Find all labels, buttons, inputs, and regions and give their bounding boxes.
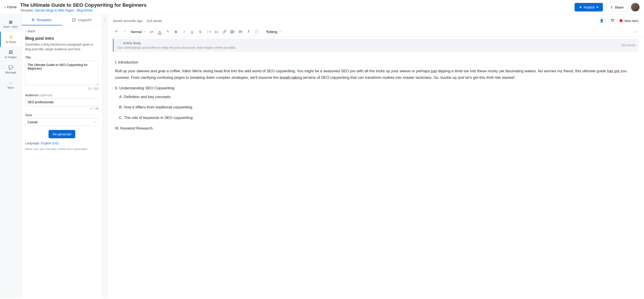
- bold-button[interactable]: B: [172, 28, 180, 35]
- template-line: Template: Narrato Blogs & Web Pages - Bl…: [20, 8, 571, 12]
- review-note: Make sure you manually review all AI gen…: [25, 147, 99, 151]
- left-panel: ⊞Templates 💬ChatGPT ‹Back Blog post intr…: [22, 14, 102, 298]
- italic-icon: I: [184, 30, 184, 34]
- format-select[interactable]: Normal: [129, 29, 147, 34]
- more-icon: ⋯: [1, 80, 20, 85]
- number-list-button[interactable]: 1≡: [213, 28, 220, 35]
- tool-description: Generates a blog introductory paragraph …: [25, 42, 99, 52]
- chevron-down-icon: ▾: [242, 30, 243, 33]
- image-icon: 🖼: [230, 30, 234, 34]
- underline-button[interactable]: U: [188, 28, 196, 35]
- status-pill[interactable]: New Item: [620, 19, 638, 23]
- title-input[interactable]: The Ultimate Guide to SEO Copywriting fo…: [25, 61, 99, 85]
- tab-chatgpt[interactable]: 💬ChatGPT: [62, 14, 102, 25]
- highlight-button[interactable]: ✎: [164, 28, 172, 35]
- template-prefix: Template:: [20, 8, 35, 12]
- strike-button[interactable]: S: [196, 28, 204, 35]
- rail-ai-images[interactable]: 🖼AI Images: [0, 47, 21, 62]
- redo-button[interactable]: ↷: [121, 28, 128, 35]
- sidebar-rail: ▦Brief + SEO ⚡AI Writer 🖼AI Images 💬Mess…: [0, 14, 22, 298]
- rail-ai-writer[interactable]: ⚡AI Writer: [0, 32, 21, 47]
- avatar[interactable]: [631, 3, 640, 11]
- link-button[interactable]: 🔗: [221, 28, 228, 35]
- template-link[interactable]: Narrato Blogs & Web Pages - Blog Article: [35, 8, 92, 12]
- clear-format-button[interactable]: T̸: [245, 28, 252, 35]
- share-button[interactable]: ⇪ Share: [606, 3, 628, 12]
- article-body[interactable]: I. Introduction Roll up your sleeves and…: [113, 52, 638, 138]
- chevron-down-icon: ▾: [152, 30, 153, 33]
- rail-more[interactable]: ⋯More: [0, 77, 21, 92]
- table-button[interactable]: ⊞▾: [237, 28, 244, 35]
- tone-label: Tone: [25, 113, 99, 117]
- title-count: 51 / 200: [25, 87, 99, 90]
- text-color-button[interactable]: A: [156, 28, 163, 35]
- number-list-icon: 1≡: [214, 30, 218, 34]
- word-count: 318 words: [146, 19, 162, 23]
- rail-brief-seo[interactable]: ▦Brief + SEO: [0, 16, 21, 32]
- editor-content[interactable]: 📄Article Body Use subheadings and bullet…: [108, 37, 644, 298]
- rail-message[interactable]: 💬Message: [0, 62, 21, 77]
- more-toolbar-button[interactable]: ⋯: [632, 28, 638, 35]
- home-label: Home: [7, 5, 17, 9]
- body-p7: III. Keyword Research: [115, 125, 636, 132]
- document-icon: 📄: [117, 41, 121, 45]
- calendar-button[interactable]: 📅: [609, 17, 616, 24]
- align-button[interactable]: ≡▾: [148, 28, 155, 35]
- text-color-icon: A: [159, 30, 161, 34]
- comment-button[interactable]: 💬: [253, 28, 260, 35]
- bullet-list-button[interactable]: ⋮≡: [205, 28, 212, 35]
- undo-icon: ↶: [115, 30, 118, 34]
- chevron-down-icon: ▾: [596, 5, 598, 9]
- redo-icon: ↷: [123, 30, 126, 34]
- tone-select[interactable]: Casual: [25, 118, 99, 126]
- share-label: Share: [614, 5, 624, 9]
- document-title: The Ultimate Guide to SEO Copywriting fo…: [20, 2, 571, 8]
- message-icon: 💬: [1, 65, 20, 70]
- image-icon: 🖼: [1, 50, 20, 55]
- chevron-left-icon: ‹: [104, 18, 106, 21]
- body-p3: II. Understanding SEO Copywriting: [115, 85, 636, 92]
- section-hint: Use subheadings and bullets to keep the …: [117, 46, 236, 49]
- chevron-left-icon: ‹: [25, 29, 26, 33]
- add-user-button[interactable]: 👤: [598, 17, 606, 24]
- undo-button[interactable]: ↶: [113, 28, 120, 35]
- body-p6: C. The role of keywords in SEO copywriti…: [115, 115, 636, 121]
- templates-icon: ⊞: [32, 18, 34, 22]
- body-p2: Roll up your sleeves and grab a coffee, …: [115, 68, 636, 81]
- image-button[interactable]: 🖼▾: [229, 28, 236, 35]
- upload-icon: ⇪: [610, 5, 613, 9]
- table-icon: ⊞: [239, 30, 242, 34]
- save-status: Saved seconds ago: [113, 19, 142, 23]
- tool-title: Blog post intro: [25, 36, 99, 41]
- bold-icon: B: [175, 30, 177, 34]
- underline-icon: U: [191, 30, 194, 34]
- pencil-icon: ✎: [266, 30, 268, 33]
- home-link[interactable]: ‹ Home: [4, 5, 17, 9]
- clear-format-icon: T̸: [248, 30, 250, 34]
- section-title: Article Body: [123, 41, 141, 45]
- editor-area: Saved seconds ago 318 words 👤 📅 New Item…: [108, 14, 644, 298]
- collapse-panel-handle[interactable]: ‹: [102, 14, 108, 298]
- bullet-list-icon: ⋮≡: [206, 30, 211, 34]
- language-link[interactable]: English (US): [41, 141, 59, 145]
- link-icon: 🔗: [222, 30, 227, 34]
- italic-button[interactable]: I: [180, 28, 188, 35]
- language-line: Language: English (US): [25, 141, 99, 145]
- more-icon: ⋯: [634, 30, 637, 34]
- audience-label: Audience (optional): [25, 93, 99, 97]
- tab-templates[interactable]: ⊞Templates: [22, 14, 62, 25]
- chevron-down-icon: ▾: [234, 30, 235, 33]
- highlight-icon: ✎: [166, 30, 170, 34]
- send-icon: ➤: [579, 5, 582, 9]
- title-label: Title: [25, 56, 99, 59]
- regenerate-button[interactable]: Re-generate: [48, 130, 75, 138]
- toolbar: ↶ ↷ Normal ≡▾ A ✎ B I U S ⋮≡ 1≡ 🔗 🖼▾ ⊞▾ …: [108, 27, 644, 37]
- chevron-left-icon: ‹: [4, 5, 6, 9]
- audience-input[interactable]: [25, 98, 99, 106]
- article-body-header: 📄Article Body Use subheadings and bullet…: [113, 39, 638, 52]
- add-user-icon: 👤: [600, 19, 604, 22]
- chat-icon: 💬: [72, 18, 76, 22]
- publish-button[interactable]: ➤ Publish ▾: [574, 3, 603, 11]
- back-link[interactable]: ‹Back: [25, 29, 99, 33]
- section-word-count: 310 words: [621, 43, 636, 47]
